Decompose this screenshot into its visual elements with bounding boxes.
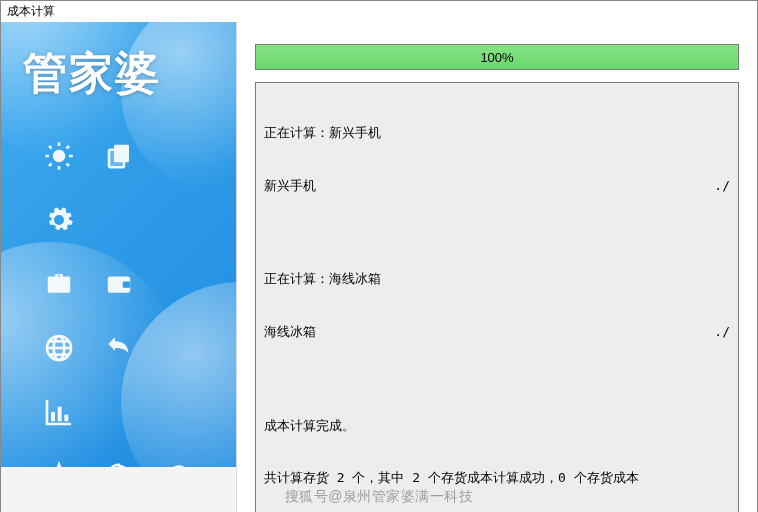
- globe-icon: [43, 332, 75, 367]
- svg-rect-18: [51, 412, 55, 421]
- svg-rect-10: [109, 149, 124, 167]
- cost-calc-window: 成本计算 管家婆: [0, 0, 758, 512]
- body-area: 管家婆: [1, 22, 757, 512]
- log-line: 共计算存货 2 个，其中 2 个存货成本计算成功，0 个存货成本: [264, 469, 730, 487]
- svg-line-7: [49, 163, 52, 166]
- svg-rect-12: [123, 281, 131, 287]
- svg-line-5: [49, 146, 52, 149]
- bar-chart-icon: [43, 396, 75, 431]
- gear-icon: [44, 205, 74, 238]
- svg-point-21: [169, 466, 189, 467]
- sidebar-banner: 管家婆: [1, 22, 236, 467]
- log-line: 正在计算：海线冰箱: [264, 270, 730, 288]
- svg-rect-20: [64, 414, 68, 421]
- progress-text: 100%: [480, 50, 513, 65]
- wallet-icon: [102, 269, 136, 302]
- log-line: 正在计算：新兴手机: [264, 124, 730, 142]
- log-line: 海线冰箱 ./: [264, 323, 730, 341]
- svg-line-6: [67, 163, 70, 166]
- undo-icon: [103, 332, 135, 367]
- briefcase-icon: [42, 269, 76, 302]
- progress-bar: 100%: [255, 44, 739, 70]
- copy-icon: [104, 141, 134, 174]
- log-output[interactable]: 正在计算：新兴手机 新兴手机 ./ 正在计算：海线冰箱 海线冰箱 ./ 成本计算…: [255, 82, 739, 512]
- log-line: 成本计算完成。: [264, 417, 730, 435]
- star-icon: [44, 461, 74, 468]
- log-line: 新兴手机 ./: [264, 177, 730, 195]
- svg-rect-19: [58, 406, 62, 421]
- sidebar-icon-grid: [31, 127, 211, 467]
- pie-icon: [104, 461, 134, 468]
- minus-circle-icon: [166, 463, 192, 468]
- svg-point-0: [53, 149, 66, 162]
- window-title: 成本计算: [1, 1, 757, 22]
- svg-line-8: [67, 146, 70, 149]
- app-logo-text: 管家婆: [1, 22, 236, 103]
- sun-icon: [44, 141, 74, 174]
- main-panel: 100% 正在计算：新兴手机 新兴手机 ./ 正在计算：海线冰箱 海线冰箱 ./…: [236, 22, 757, 512]
